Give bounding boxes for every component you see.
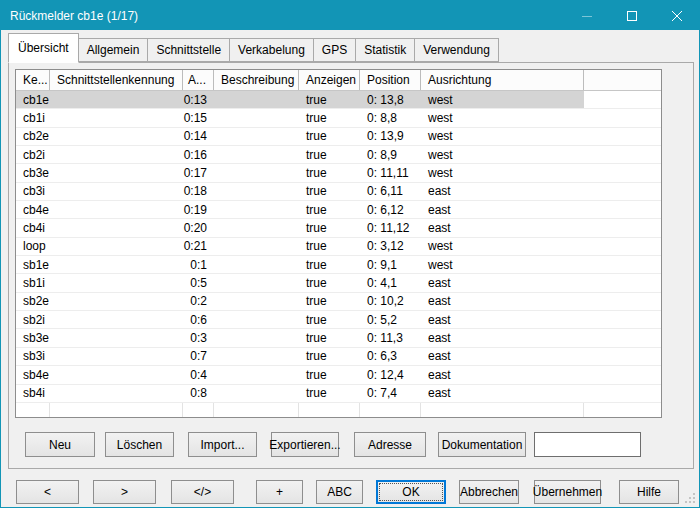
cell-kennung: cb4i — [16, 219, 50, 236]
cell-ausrichtung: west — [421, 146, 584, 163]
uebernehmen-button[interactable]: Übernehmen — [534, 480, 601, 504]
code-button[interactable]: </> — [171, 480, 234, 504]
cell-empty — [584, 128, 661, 145]
cell-ausrichtung: east — [421, 219, 584, 236]
cell-kennung: sb2i — [16, 311, 50, 328]
cell-empty — [584, 274, 661, 291]
column-header-kennung[interactable]: Ke... — [16, 70, 50, 90]
empty-cell — [50, 403, 183, 417]
adresse-button[interactable]: Adresse — [354, 432, 426, 457]
tab-statistik[interactable]: Statistik — [355, 38, 415, 62]
neu-button[interactable]: Neu — [25, 432, 95, 457]
close-icon — [672, 11, 682, 21]
cell-empty — [584, 109, 661, 126]
resize-grip[interactable] — [684, 492, 696, 504]
column-header-beschreibung[interactable]: Beschreibung — [214, 70, 299, 90]
prev-button[interactable]: < — [16, 480, 79, 504]
minimize-button[interactable] — [564, 1, 609, 30]
cell-position: 0: 11,3 — [360, 329, 421, 346]
exportieren-button[interactable]: Exportieren... — [271, 432, 339, 457]
table-row-cb1i[interactable]: cb1i0:15true0: 8,8west — [16, 109, 661, 127]
cell-adresse: 0:14 — [183, 128, 214, 145]
cell-beschreibung — [214, 128, 299, 145]
next-button[interactable]: > — [93, 480, 156, 504]
table-row-sb4e[interactable]: sb4e0:4true0: 12,4east — [16, 366, 661, 384]
cell-schnittstellenkennung — [50, 164, 183, 181]
maximize-button[interactable] — [609, 1, 654, 30]
cell-beschreibung — [214, 329, 299, 346]
cell-schnittstellenkennung — [50, 385, 183, 402]
import-button[interactable]: Import... — [188, 432, 257, 457]
cell-kennung: cb2i — [16, 146, 50, 163]
tab-gps[interactable]: GPS — [313, 38, 356, 62]
cell-adresse: 0:5 — [183, 274, 214, 291]
cell-anzeigen: true — [299, 109, 360, 126]
cell-ausrichtung: west — [421, 164, 584, 181]
table-row-cb4e[interactable]: cb4e0:19true0: 6,12east — [16, 201, 661, 219]
cell-anzeigen: true — [299, 219, 360, 236]
table-row-sb4i[interactable]: sb4i0:8true0: 7,4east — [16, 385, 661, 403]
cell-beschreibung — [214, 164, 299, 181]
dialog-window: Rückmelder cb1e (1/17) ÜbersichtAllgemei… — [0, 0, 700, 508]
cell-empty — [584, 385, 661, 402]
table-row-sb1e[interactable]: sb1e0:1true0: 9,1west — [16, 256, 661, 274]
cell-position: 0: 11,11 — [360, 164, 421, 181]
column-header-ausrichtung[interactable]: Ausrichtung — [421, 70, 584, 90]
hilfe-button[interactable]: Hilfe — [619, 480, 679, 504]
cell-anzeigen: true — [299, 385, 360, 402]
cell-anzeigen: true — [299, 256, 360, 273]
abbrechen-button[interactable]: Abbrechen — [459, 480, 519, 504]
cell-ausrichtung: west — [421, 238, 584, 255]
plus-button[interactable]: + — [256, 480, 303, 504]
window-controls — [564, 1, 699, 30]
table-row-sb3e[interactable]: sb3e0:3true0: 11,3east — [16, 329, 661, 347]
dokumentation-button[interactable]: Dokumentation — [438, 432, 526, 457]
abc-button[interactable]: ABC — [316, 480, 363, 504]
cell-beschreibung — [214, 385, 299, 402]
dokumentation-input[interactable] — [534, 432, 641, 457]
maximize-icon — [627, 11, 637, 21]
table-row-cb3e[interactable]: cb3e0:17true0: 11,11west — [16, 164, 661, 182]
cell-anzeigen: true — [299, 348, 360, 365]
cell-schnittstellenkennung — [50, 128, 183, 145]
table-row-sb2e[interactable]: sb2e0:2true0: 10,2east — [16, 293, 661, 311]
table-row-sb1i[interactable]: sb1i0:5true0: 4,1east — [16, 274, 661, 292]
cell-beschreibung — [214, 91, 299, 108]
minimize-icon — [582, 11, 592, 21]
table-row-loop[interactable]: loop0:21true0: 3,12west — [16, 238, 661, 256]
loeschen-button[interactable]: Löschen — [105, 432, 174, 457]
cell-ausrichtung: east — [421, 385, 584, 402]
table-row-cb4i[interactable]: cb4i0:20true0: 11,12east — [16, 219, 661, 237]
tab-allgemein[interactable]: Allgemein — [78, 38, 149, 62]
cell-empty — [584, 164, 661, 181]
column-header-anzeigen[interactable]: Anzeigen — [299, 70, 360, 90]
table-row-cb2e[interactable]: cb2e0:14true0: 13,9west — [16, 128, 661, 146]
column-header-position[interactable]: Position — [360, 70, 421, 90]
table-row-sb3i[interactable]: sb3i0:7true0: 6,3east — [16, 348, 661, 366]
cell-beschreibung — [214, 348, 299, 365]
empty-cell — [421, 403, 584, 417]
cell-kennung: cb2e — [16, 128, 50, 145]
cell-empty — [584, 91, 661, 108]
cell-schnittstellenkennung — [50, 293, 183, 310]
tab-ubersicht[interactable]: Übersicht — [8, 33, 79, 63]
tab-schnittstelle[interactable]: Schnittstelle — [147, 38, 230, 62]
cell-position: 0: 7,4 — [360, 385, 421, 402]
column-header-empty[interactable] — [584, 70, 661, 90]
column-header-schnittstellenkennung[interactable]: Schnittstellenkennung — [50, 70, 183, 90]
cell-adresse: 0:17 — [183, 164, 214, 181]
tab-verwendung[interactable]: Verwendung — [414, 38, 499, 62]
cell-kennung: loop — [16, 238, 50, 255]
table-row-cb3i[interactable]: cb3i0:18true0: 6,11east — [16, 183, 661, 201]
cell-adresse: 0:19 — [183, 201, 214, 218]
table-row-sb2i[interactable]: sb2i0:6true0: 5,2east — [16, 311, 661, 329]
close-button[interactable] — [654, 1, 699, 30]
titlebar[interactable]: Rückmelder cb1e (1/17) — [1, 1, 699, 30]
column-header-adresse[interactable]: A... — [183, 70, 214, 90]
table-row-cb1e[interactable]: cb1e0:13true0: 13,8west — [16, 91, 661, 109]
tab-verkabelung[interactable]: Verkabelung — [229, 38, 314, 62]
cell-beschreibung — [214, 219, 299, 236]
table-row-cb2i[interactable]: cb2i0:16true0: 8,9west — [16, 146, 661, 164]
cell-anzeigen: true — [299, 164, 360, 181]
ok-button[interactable]: OK — [376, 480, 446, 504]
